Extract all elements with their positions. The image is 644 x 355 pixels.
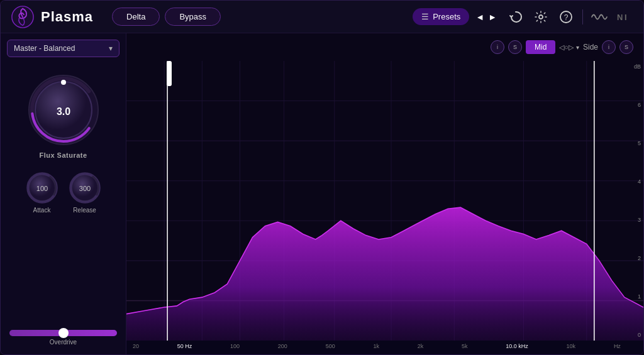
delta-button[interactable]: Delta [112, 8, 160, 26]
presets-area[interactable]: ☰ Presets [413, 8, 469, 25]
svg-text:N: N [617, 13, 623, 22]
preset-selector[interactable]: Master - Balanced ▾ [7, 40, 119, 57]
db-label-3: 3 [623, 217, 641, 223]
preset-dropdown-icon: ▾ [109, 44, 113, 53]
side-label: Side [583, 43, 598, 52]
mid-button[interactable]: Mid [526, 40, 555, 54]
side-s-button[interactable]: S [619, 40, 633, 54]
logo-icon [11, 5, 35, 29]
spectrum-area: dB 6 5 4 3 2 1 0 [126, 61, 643, 341]
link-button[interactable]: ◁○▷ ▾ [559, 43, 579, 52]
hz-scale: 20 50 Hz 100 200 500 1k 2k 5k 10.0 kHz 1… [126, 341, 643, 354]
ni-icon: N I [616, 8, 633, 26]
header-buttons: Delta Bypass [112, 8, 221, 26]
flux-saturate-knob[interactable]: 3.0 [26, 72, 101, 148]
header-divider [582, 9, 583, 25]
svg-point-1 [539, 15, 543, 19]
presets-label: Presets [433, 12, 460, 21]
hz-200: 200 [278, 343, 287, 352]
db-label-0: 0 [623, 332, 641, 338]
header-icons: ? N I [507, 8, 633, 26]
db-label-6: 6 [623, 102, 641, 108]
nav-arrows: ◄ ► [475, 12, 497, 22]
hz-10k-2: 10k [567, 343, 576, 352]
mid-s-button[interactable]: S [508, 40, 522, 54]
db-scale: dB 6 5 4 3 2 1 0 [621, 61, 643, 341]
next-preset-button[interactable]: ► [488, 12, 497, 22]
attack-container: 100 Attack [26, 172, 58, 214]
app-container: Plasma Delta Bypass ☰ Presets ◄ ► [0, 0, 644, 355]
overdrive-slider-track[interactable] [9, 330, 117, 336]
attack-knob[interactable]: 100 [26, 172, 58, 204]
hz-50: 50 Hz [177, 343, 192, 352]
left-panel: Master - Balanced ▾ [1, 33, 126, 354]
svg-text:100: 100 [36, 185, 47, 192]
hz-500: 500 [326, 343, 335, 352]
svg-text:?: ? [564, 13, 569, 22]
db-label-db: dB [623, 63, 641, 70]
header: Plasma Delta Bypass ☰ Presets ◄ ► [1, 1, 643, 33]
release-knob[interactable]: 300 [69, 172, 101, 204]
attack-label: Attack [33, 207, 51, 214]
right-panel: i S Mid ◁○▷ ▾ Side i S [126, 33, 643, 354]
svg-text:3.0: 3.0 [56, 106, 70, 117]
loop-icon[interactable] [507, 8, 525, 26]
app-title: Plasma [41, 9, 93, 25]
wave-icon[interactable] [591, 8, 608, 26]
hz-2k: 2k [418, 343, 424, 352]
logo-area: Plasma [11, 5, 93, 29]
small-knobs: 100 Attack [7, 172, 119, 214]
hz-10k: 10.0 kHz [506, 343, 528, 352]
db-label-2: 2 [623, 255, 641, 261]
left-marker-handle[interactable] [167, 61, 172, 86]
db-label-4: 4 [623, 178, 641, 185]
release-container: 300 Release [69, 172, 101, 214]
hz-5k: 5k [462, 343, 468, 352]
flux-saturate-knob-container: 3.0 Flux Saturate [7, 72, 119, 159]
svg-text:I: I [625, 13, 627, 22]
prev-preset-button[interactable]: ◄ [475, 12, 484, 22]
side-i-button[interactable]: i [602, 40, 616, 54]
spectrum-controls: i S Mid ◁○▷ ▾ Side i S [126, 33, 643, 61]
mid-i-button[interactable]: i [491, 40, 504, 54]
help-icon[interactable]: ? [557, 8, 575, 26]
db-label-5: 5 [623, 140, 641, 146]
db-label-1: 1 [623, 293, 641, 300]
main-content: Master - Balanced ▾ [1, 33, 643, 354]
svg-text:300: 300 [79, 185, 90, 192]
bypass-button[interactable]: Bypass [165, 8, 221, 26]
hz-1k: 1k [373, 343, 379, 352]
release-label: Release [73, 207, 96, 214]
hz-unit: Hz [614, 343, 621, 352]
overdrive-slider-thumb[interactable] [58, 328, 69, 338]
overdrive-label: Overdrive [9, 339, 117, 346]
hz-20: 20 [133, 343, 139, 352]
settings-icon[interactable] [532, 8, 550, 26]
preset-name: Master - Balanced [14, 44, 75, 53]
spectrum-svg [126, 61, 643, 341]
hz-100: 100 [230, 343, 240, 352]
svg-point-10 [61, 80, 66, 85]
overdrive-container: Overdrive [7, 330, 119, 346]
flux-saturate-label: Flux Saturate [39, 151, 87, 159]
